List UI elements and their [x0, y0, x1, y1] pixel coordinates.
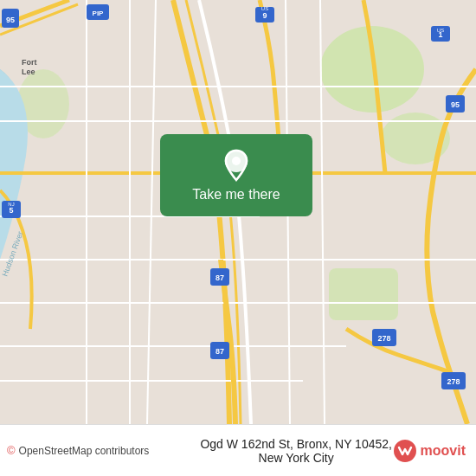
moovit-logo: moovit: [393, 439, 466, 463]
take-me-there-button[interactable]: Take me there: [160, 134, 312, 216]
svg-text:95: 95: [451, 100, 460, 109]
svg-text:Fort: Fort: [22, 58, 37, 67]
copyright-symbol: ©: [7, 444, 16, 457]
location-pin-icon: [222, 149, 250, 182]
map-container: 95 PIP 9 US 1 US 95 5 NJ 87 87 278 278 F…: [0, 0, 476, 424]
svg-text:87: 87: [215, 273, 224, 282]
svg-text:95: 95: [6, 16, 15, 24]
bottom-left-section: © OpenStreetMap contributors: [7, 444, 200, 457]
svg-text:278: 278: [447, 377, 460, 386]
svg-point-47: [232, 157, 241, 165]
moovit-label: moovit: [421, 443, 466, 459]
address-label: Ogd W 162nd St, Bronx, NY 10452, New Yor…: [200, 437, 393, 465]
svg-text:US: US: [261, 6, 268, 11]
bottom-bar: © OpenStreetMap contributors Ogd W 162nd…: [0, 424, 476, 476]
moovit-icon: [393, 439, 417, 463]
osm-attribution: OpenStreetMap contributors: [19, 445, 150, 457]
svg-rect-3: [329, 268, 398, 320]
svg-text:NJ: NJ: [8, 202, 14, 207]
svg-text:9: 9: [262, 11, 267, 20]
svg-text:Lee: Lee: [22, 68, 35, 76]
svg-text:278: 278: [377, 334, 390, 343]
svg-text:PIP: PIP: [93, 10, 105, 17]
svg-text:5: 5: [9, 206, 13, 215]
svg-text:US: US: [437, 28, 444, 33]
button-label: Take me there: [192, 187, 280, 203]
svg-text:87: 87: [215, 347, 224, 356]
